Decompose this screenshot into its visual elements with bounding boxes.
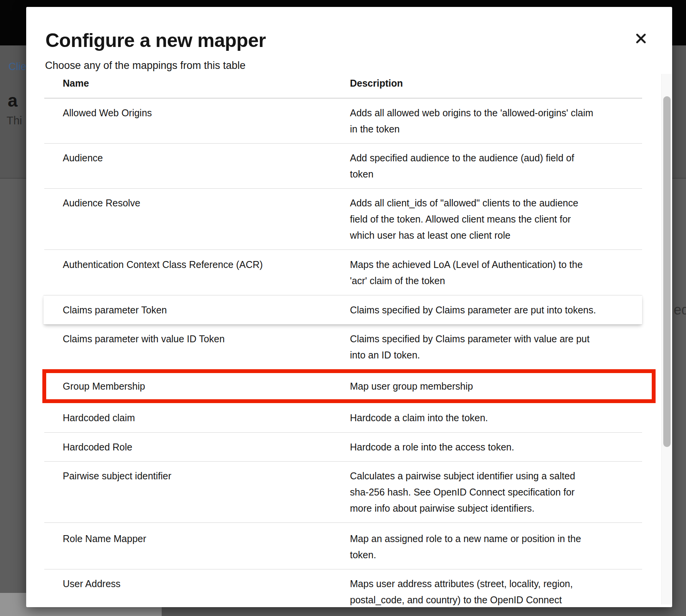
column-header-description: Description [350,76,631,90]
mapper-name: Claims parameter Token [44,302,350,318]
mapper-name: Audience Resolve [44,195,350,243]
mapper-name: Claims parameter with value ID Token [44,331,350,363]
breadcrumb: Clie [8,61,27,73]
mapper-name: Role Name Mapper [44,531,350,563]
mapper-name: Hardcoded Role [44,439,350,455]
mapper-name: Authentication Context Class Reference (… [44,256,350,289]
table-row[interactable]: Claims parameter with value ID Token Cla… [44,325,642,369]
table-row[interactable]: Hardcoded claim Hardcode a claim into th… [44,403,642,432]
scrollbar-thumb[interactable] [663,96,671,447]
mapper-description: Map user group membership [350,378,631,394]
mapper-name: Hardcoded claim [44,410,350,426]
mapper-name: Group Membership [46,378,350,394]
backdrop-text-fragment: ed [674,302,686,318]
column-header-name: Name [44,76,350,90]
close-icon [636,33,646,44]
table-row[interactable]: Pairwise subject identifier Calculates a… [44,461,642,522]
mapper-description: Claims specified by Claims parameter wit… [350,331,631,363]
page-description: Thi [7,114,22,127]
table-row[interactable]: Role Name Mapper Map an assigned role to… [44,522,642,569]
table-row[interactable]: Audience Resolve Adds all client_ids of … [44,188,642,249]
close-button[interactable] [633,31,649,46]
mapper-description: Hardcode a role into the access token. [350,439,631,455]
mapper-description: Maps the achieved LoA (Level of Authenti… [350,256,631,289]
mapper-description: Calculates a pairwise subject identifier… [350,468,631,516]
table-body: Allowed Web Origins Adds all allowed web… [44,98,642,607]
table-row[interactable]: Allowed Web Origins Adds all allowed web… [44,98,642,143]
mapper-description: Hardcode a claim into the token. [350,410,631,426]
table-row[interactable]: Group Membership Map user group membersh… [42,369,656,403]
mapper-description: Claims specified by Claims parameter are… [350,302,631,318]
configure-mapper-modal: Configure a new mapper Choose any of the… [26,7,672,607]
table-row[interactable]: User Address Maps user address attribute… [44,569,642,607]
mapper-table: Name Description Allowed Web Origins Add… [44,73,642,607]
mapper-description: Adds all client_ids of "allowed" clients… [350,195,631,243]
modal-title: Configure a new mapper [45,28,672,52]
scrollbar-track[interactable] [661,74,671,604]
table-row[interactable]: Hardcoded Role Hardcode a role into the … [44,432,642,461]
page-title: a [8,90,18,111]
mapper-description: Maps user address attributes (street, lo… [350,576,631,607]
table-row[interactable]: Claims parameter Token Claims specified … [44,295,642,325]
table-header-row: Name Description [44,73,642,98]
mapper-description: Adds all allowed web origins to the 'all… [350,105,631,137]
mapper-name: User Address [44,576,350,607]
mapper-description: Add specified audience to the audience (… [350,150,631,182]
mapper-name: Pairwise subject identifier [44,468,350,516]
mapper-description: Map an assigned role to a new name or po… [350,531,631,563]
mapper-name: Allowed Web Origins [44,105,350,137]
table-row[interactable]: Authentication Context Class Reference (… [44,249,642,295]
mapper-name: Audience [44,150,350,182]
modal-subtitle: Choose any of the mappings from this tab… [45,59,672,72]
table-row[interactable]: Audience Add specified audience to the a… [44,143,642,188]
